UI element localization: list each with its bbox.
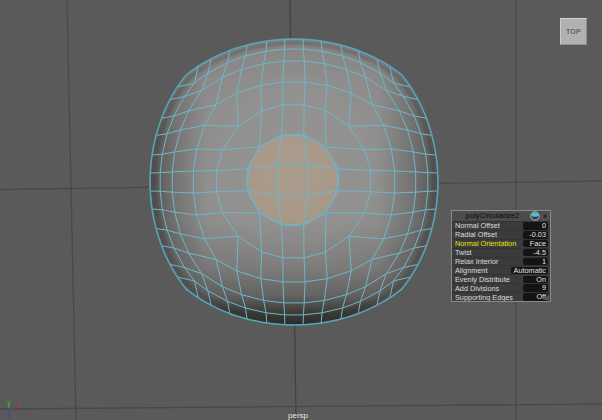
svg-text:Y: Y (7, 400, 11, 406)
svg-text:Z: Z (7, 413, 11, 419)
svg-text:x: x (16, 402, 20, 408)
